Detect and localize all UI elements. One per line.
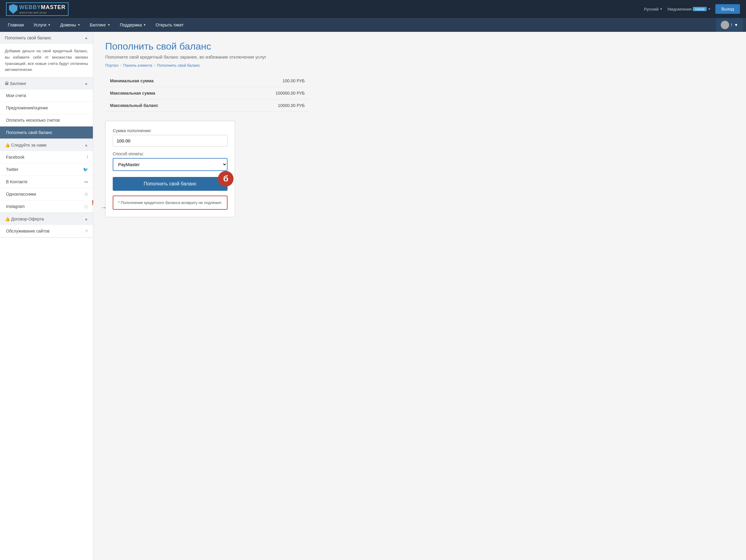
table-row: Максимальная сумма 100000.00 РУБ bbox=[105, 87, 310, 99]
sidebar-item-instagram[interactable]: Instagram ◻ bbox=[0, 200, 93, 213]
top-header: WEBBYMASTER агентство веб услуг Русский … bbox=[0, 0, 746, 18]
notifications-label: Уведомления bbox=[667, 7, 692, 11]
sidebar-item-odnoklassniki[interactable]: Одноклассники ⊙ bbox=[0, 188, 93, 200]
sidebar-follow-section: 👍 Следуйте за нами ▲ Facebook f Twitter … bbox=[0, 139, 93, 213]
arrow-right-icon: → bbox=[101, 204, 107, 211]
breadcrumb-current: Пополнить свой баланс bbox=[157, 63, 200, 67]
sidebar-billing-header[interactable]: 🏛 Биллинг ▲ bbox=[0, 78, 93, 90]
sidebar-item-quotes[interactable]: Предложения/оценки bbox=[0, 102, 93, 114]
breadcrumb-portal[interactable]: Портал bbox=[105, 63, 118, 67]
arrow-annotation: ! bbox=[92, 199, 94, 207]
logo-subtitle: агентство веб услуг bbox=[19, 11, 65, 14]
notifications-arrow-icon[interactable]: ▼ bbox=[708, 7, 711, 10]
payment-label: Способ оплаты: bbox=[113, 151, 228, 156]
sidebar-info-description: Добавив деньги на свой кредитный баланс,… bbox=[0, 44, 93, 77]
add-funds-form: Сумма пополнения: Способ оплаты: PayMast… bbox=[105, 121, 235, 217]
sidebar-follow-header[interactable]: 👍 Следуйте за нами ▲ bbox=[0, 139, 93, 151]
logo-text: WEBBYMASTER bbox=[19, 4, 65, 10]
ok-icon: ⊙ bbox=[84, 192, 88, 197]
sidebar-item-vkontakte[interactable]: В Контакте вк bbox=[0, 176, 93, 188]
sidebar-offer-title: Договор-Оферта bbox=[11, 216, 44, 222]
logo-shield-icon bbox=[9, 4, 18, 14]
twitter-icon: 🐦 bbox=[83, 167, 88, 172]
submit-wrapper: Пополнить свой баланс б bbox=[113, 177, 228, 196]
annotation-badge-6: б bbox=[218, 171, 233, 186]
header-right: Русский Уведомления Новое ▼ Выход bbox=[644, 4, 740, 14]
sidebar: Пополнить свой баланс ▲ Добавив деньги н… bbox=[0, 32, 93, 560]
info-table: Минимальная сумма 100.00 РУБ Максимальна… bbox=[105, 75, 310, 112]
vk-icon: вк bbox=[84, 180, 88, 183]
support-arrow-icon: ▼ bbox=[143, 24, 146, 26]
navigation-bar: Главная Услуги ▼ Домены ▼ Биллинг ▼ Подд… bbox=[0, 18, 746, 32]
content-area: Пополнить свой баланс Пополните свой кре… bbox=[93, 32, 746, 560]
follow-icon: 👍 bbox=[5, 143, 10, 148]
nav-item-open-ticket[interactable]: Открыть тикет bbox=[151, 18, 189, 32]
nav-user-arrow-icon: ▼ bbox=[734, 23, 738, 27]
min-amount-value: 100.00 РУБ bbox=[228, 75, 310, 87]
sidebar-billing-section: 🏛 Биллинг ▲ Мои счета Предложения/оценки… bbox=[0, 78, 93, 139]
sidebar-billing-title: Биллинг bbox=[10, 81, 26, 86]
amount-input[interactable] bbox=[113, 135, 228, 147]
sidebar-offer-section: 👍 Договор-Оферта ▲ Обслуживание сайтов ↗ bbox=[0, 213, 93, 238]
notice-wrapper: * Пополнение кредитного баланса возврату… bbox=[113, 196, 228, 210]
main-layout: Пополнить свой баланс ▲ Добавив деньги н… bbox=[0, 32, 746, 560]
page-title: Пополнить свой баланс bbox=[105, 41, 734, 52]
user-avatar bbox=[721, 21, 729, 29]
domains-arrow-icon: ▼ bbox=[78, 24, 80, 26]
logo-area: WEBBYMASTER агентство веб услуг bbox=[6, 2, 68, 16]
nav-item-domains[interactable]: Домены ▼ bbox=[55, 18, 85, 32]
table-row: Минимальная сумма 100.00 РУБ bbox=[105, 75, 310, 87]
table-row: Максимальный баланс 10000.00 РУБ bbox=[105, 99, 310, 112]
payment-method-select[interactable]: PayMaster bbox=[113, 158, 228, 171]
amount-label: Сумма пополнения: bbox=[113, 128, 228, 133]
offer-icon: 👍 bbox=[5, 216, 10, 222]
submit-button[interactable]: Пополнить свой баланс bbox=[113, 177, 228, 191]
logo-box: WEBBYMASTER агентство веб услуг bbox=[6, 2, 68, 16]
sidebar-item-twitter[interactable]: Twitter 🐦 bbox=[0, 164, 93, 176]
facebook-icon: f bbox=[87, 155, 88, 159]
max-amount-value: 100000.00 РУБ bbox=[228, 87, 310, 99]
notifications-badge[interactable]: Новое bbox=[693, 7, 707, 11]
logout-button[interactable]: Выход bbox=[715, 4, 740, 14]
nav-item-services[interactable]: Услуги ▼ bbox=[29, 18, 55, 32]
nav-user-label: ! bbox=[731, 23, 732, 27]
sidebar-billing-chevron-icon: ▲ bbox=[84, 81, 88, 86]
sidebar-item-pay-invoices[interactable]: Оплатить несколько счетов bbox=[0, 114, 93, 126]
nav-item-billing[interactable]: Биллинг ▼ bbox=[85, 18, 115, 32]
services-arrow-icon: ▼ bbox=[48, 24, 51, 26]
notifications-area: Уведомления Новое ▼ bbox=[667, 7, 711, 11]
sidebar-offer-chevron-icon: ▲ bbox=[84, 217, 88, 221]
breadcrumb: Портал / Панель клиента / Пополнить свой… bbox=[105, 63, 734, 67]
notice-box: * Пополнение кредитного баланса возврату… bbox=[113, 196, 228, 210]
external-link-icon: ↗ bbox=[84, 229, 88, 233]
nav-item-support[interactable]: Поддержка ▼ bbox=[115, 18, 151, 32]
page-subtitle: Пополните свой кредитный баланс заранее,… bbox=[105, 54, 734, 59]
sidebar-info-title: Пополнить свой баланс bbox=[5, 35, 51, 40]
sidebar-follow-title: Следуйте за нами bbox=[11, 143, 47, 148]
language-button[interactable]: Русский bbox=[644, 7, 662, 11]
sidebar-info-header[interactable]: Пополнить свой баланс ▲ bbox=[0, 32, 93, 44]
billing-arrow-icon: ▼ bbox=[108, 24, 110, 26]
sidebar-item-add-funds[interactable]: Пополнить свой баланс bbox=[0, 126, 93, 139]
billing-icon: 🏛 bbox=[5, 81, 9, 86]
max-balance-value: 10000.00 РУБ bbox=[228, 99, 310, 112]
breadcrumb-panel[interactable]: Панель клиента bbox=[123, 63, 152, 67]
instagram-icon: ◻ bbox=[84, 204, 88, 209]
sidebar-info-section: Пополнить свой баланс ▲ Добавив деньги н… bbox=[0, 32, 93, 78]
sidebar-item-site-maintenance[interactable]: Обслуживание сайтов ↗ bbox=[0, 225, 93, 237]
min-amount-label: Минимальная сумма bbox=[105, 75, 228, 87]
nav-item-home[interactable]: Главная bbox=[3, 18, 29, 32]
sidebar-info-chevron-icon: ▲ bbox=[84, 36, 88, 40]
exclamation-icon: ! bbox=[92, 199, 94, 207]
sidebar-item-facebook[interactable]: Facebook f bbox=[0, 151, 93, 164]
sidebar-item-my-invoices[interactable]: Мои счета bbox=[0, 90, 93, 102]
sidebar-offer-header[interactable]: 👍 Договор-Оферта ▲ bbox=[0, 213, 93, 225]
max-balance-label: Максимальный баланс bbox=[105, 99, 228, 112]
nav-user-area[interactable]: ! ▼ bbox=[716, 18, 743, 32]
max-amount-label: Максимальная сумма bbox=[105, 87, 228, 99]
notice-text: * Пополнение кредитного баланса возврату… bbox=[118, 200, 222, 205]
sidebar-follow-chevron-icon: ▲ bbox=[84, 143, 88, 147]
